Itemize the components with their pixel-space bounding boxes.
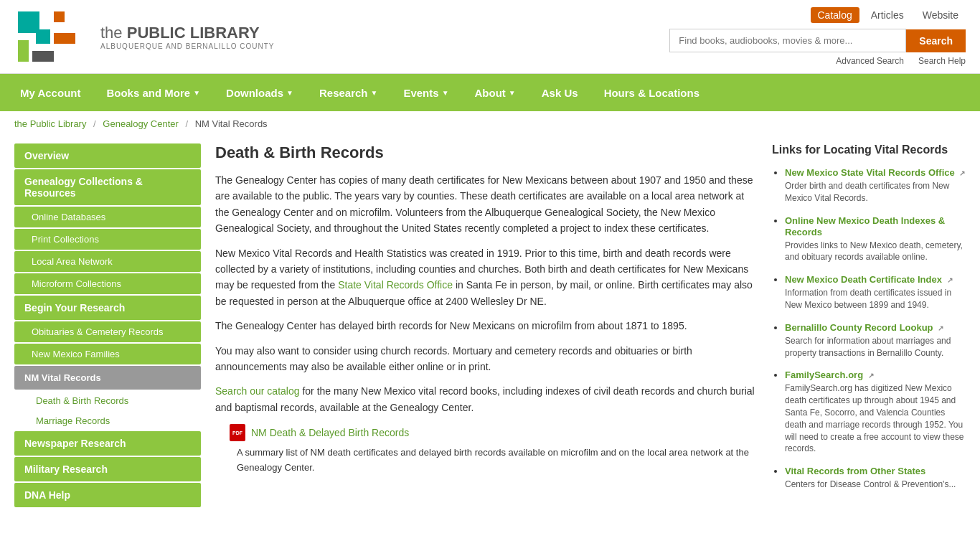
- logo-area: the PUBLIC LIBRARY ALBUQUERQUE and BERNA…: [14, 8, 275, 65]
- sidebar-item-dna-help[interactable]: DNA Help: [14, 483, 201, 507]
- vital-records-other-states-link[interactable]: Vital Records from Other States: [785, 466, 925, 476]
- sidebar-item-newspaper-research[interactable]: Newspaper Research: [14, 431, 201, 456]
- nav-events[interactable]: Events ▼: [390, 74, 461, 111]
- nav-my-account[interactable]: My Account: [7, 74, 93, 111]
- search-catalog-link[interactable]: Search our catalog: [215, 385, 300, 397]
- paragraph-3: The Genealogy Center has delayed birth r…: [215, 318, 758, 334]
- sidebar-item-overview[interactable]: Overview: [14, 143, 201, 168]
- sidebar-item-nm-vital-records[interactable]: NM Vital Records: [14, 366, 201, 390]
- logo-graphic: [14, 8, 93, 65]
- bernalillo-lookup-link[interactable]: Bernalillo County Record Lookup ↗: [785, 322, 943, 333]
- svg-rect-2: [18, 40, 29, 62]
- nm-death-certificate-link[interactable]: New Mexico Death Certificate Index ↗: [785, 274, 953, 285]
- paragraph-5: Search our catalog for the many New Mexi…: [215, 383, 758, 415]
- sidebar-item-marriage-records[interactable]: Marriage Records: [14, 411, 201, 430]
- logo-subtitle: ALBUQUERQUE and BERNALILLO COUNTY: [100, 42, 275, 50]
- breadcrumb-home[interactable]: the Public Library: [14, 118, 86, 129]
- sidebar-item-military-research[interactable]: Military Research: [14, 457, 201, 481]
- search-input[interactable]: [669, 29, 906, 52]
- external-icon: ↗: [947, 276, 953, 284]
- list-item: Bernalillo County Record Lookup ↗ Search…: [785, 321, 966, 359]
- sidebar-item-begin-research[interactable]: Begin Your Research: [14, 296, 201, 320]
- nav-ask-us[interactable]: Ask Us: [529, 74, 591, 111]
- breadcrumb-sep1: /: [93, 118, 96, 129]
- sidebar-item-obituaries[interactable]: Obituaries & Cemetery Records: [14, 321, 201, 342]
- nav-books-and-more[interactable]: Books and More ▼: [93, 74, 213, 111]
- nav-hours-locations[interactable]: Hours & Locations: [591, 74, 712, 111]
- sidebar-item-local-area-network[interactable]: Local Area Network: [14, 251, 201, 272]
- search-links: Advanced Search Search Help: [836, 56, 966, 66]
- svg-rect-4: [54, 33, 75, 44]
- external-icon: ↗: [938, 324, 943, 332]
- external-icon: ↗: [959, 169, 965, 177]
- right-panel: Links for Locating Vital Records New Mex…: [772, 143, 966, 509]
- list-item: New Mexico Death Certificate Index ↗ Inf…: [785, 273, 966, 311]
- nav-downloads[interactable]: Downloads ▼: [213, 74, 306, 111]
- pdf-download-link[interactable]: NM Death & Delayed Birth Records: [251, 427, 409, 438]
- external-icon: ↗: [868, 372, 874, 380]
- svg-rect-3: [36, 29, 50, 44]
- main-nav: My Account Books and More ▼ Downloads ▼ …: [0, 74, 980, 111]
- logo-the: the: [100, 24, 127, 42]
- list-item: Vital Records from Other States Centers …: [785, 465, 966, 491]
- breadcrumb: the Public Library / Genealogy Center / …: [0, 111, 980, 136]
- sidebar-item-online-databases[interactable]: Online Databases: [14, 207, 201, 227]
- logo-main: PUBLIC LIBRARY: [127, 24, 260, 42]
- vital-records-links: New Mexico State Vital Records Office ↗ …: [772, 166, 966, 491]
- link-description: Provides links to New Mexico death, ceme…: [785, 240, 966, 264]
- nm-death-indexes-link[interactable]: Online New Mexico Death Indexes & Record…: [785, 215, 945, 237]
- list-item: New Mexico State Vital Records Office ↗ …: [785, 166, 966, 204]
- list-item: FamilySearch.org ↗ FamilySearch.org has …: [785, 369, 966, 455]
- chevron-down-icon: ▼: [193, 89, 200, 97]
- paragraph-1: The Genealogy Center has copies of many …: [215, 172, 758, 237]
- search-button[interactable]: Search: [906, 29, 966, 52]
- familysearch-link[interactable]: FamilySearch.org ↗: [785, 369, 874, 380]
- website-tab[interactable]: Website: [915, 7, 966, 23]
- link-description: Information from death certificates issu…: [785, 287, 966, 311]
- breadcrumb-genealogy[interactable]: Genealogy Center: [103, 118, 179, 129]
- content-area: Overview Genealogy Collections & Resourc…: [0, 136, 980, 516]
- sidebar-item-genealogy-collections[interactable]: Genealogy Collections & Resources: [14, 169, 201, 205]
- sidebar-item-print-collections[interactable]: Print Collections: [14, 229, 201, 250]
- sidebar-item-new-mexico-families[interactable]: New Mexico Families: [14, 344, 201, 364]
- svg-rect-1: [54, 11, 65, 22]
- nav-about[interactable]: About▼: [462, 74, 529, 111]
- advanced-search-link[interactable]: Advanced Search: [836, 56, 904, 66]
- link-description: Centers for Disease Control & Prevention…: [785, 479, 966, 491]
- logo-text: the PUBLIC LIBRARY ALBUQUERQUE and BERNA…: [100, 24, 275, 50]
- chevron-down-icon: ▼: [371, 89, 378, 97]
- chevron-down-icon: ▼: [509, 89, 516, 97]
- paragraph-2: New Mexico Vital Records and Health Stat…: [215, 245, 758, 310]
- pdf-icon: PDF: [230, 424, 245, 441]
- link-description: FamilySearch.org has digitized New Mexic…: [785, 382, 966, 455]
- link-description: Order birth and death certificates from …: [785, 180, 966, 204]
- page-title: Death & Birth Records: [215, 143, 758, 162]
- search-row: Search: [669, 29, 966, 52]
- state-vital-records-link[interactable]: State Vital Records Office: [338, 279, 453, 291]
- chevron-down-icon: ▼: [286, 89, 293, 97]
- search-area: Catalog Articles Website Search Advanced…: [669, 7, 966, 66]
- breadcrumb-current: NM Vital Records: [195, 118, 268, 129]
- pdf-description: A summary list of NM death certificates …: [237, 446, 758, 476]
- nav-research[interactable]: Research ▼: [306, 74, 390, 111]
- sidebar: Overview Genealogy Collections & Resourc…: [14, 143, 201, 509]
- paragraph-4: You may also want to consider using chur…: [215, 343, 758, 375]
- catalog-tab[interactable]: Catalog: [811, 7, 859, 23]
- header: the PUBLIC LIBRARY ALBUQUERQUE and BERNA…: [0, 0, 980, 74]
- chevron-down-icon: ▼: [442, 89, 449, 97]
- main-content: Death & Birth Records The Genealogy Cent…: [215, 143, 758, 509]
- link-description: Search for information about marriages a…: [785, 335, 966, 359]
- breadcrumb-sep2: /: [185, 118, 188, 129]
- pdf-link-row: PDF NM Death & Delayed Birth Records: [230, 424, 758, 441]
- sidebar-item-microform-collections[interactable]: Microform Collections: [14, 273, 201, 294]
- articles-tab[interactable]: Articles: [864, 7, 911, 23]
- logo-title: the PUBLIC LIBRARY: [100, 24, 275, 42]
- sidebar-item-death-birth[interactable]: Death & Birth Records: [14, 391, 201, 410]
- search-tabs: Catalog Articles Website: [811, 7, 966, 23]
- right-panel-title: Links for Locating Vital Records: [772, 143, 966, 156]
- search-help-link[interactable]: Search Help: [918, 56, 966, 66]
- list-item: Online New Mexico Death Indexes & Record…: [785, 215, 966, 264]
- svg-rect-5: [32, 51, 54, 62]
- nm-vital-records-link[interactable]: New Mexico State Vital Records Office ↗: [785, 167, 965, 178]
